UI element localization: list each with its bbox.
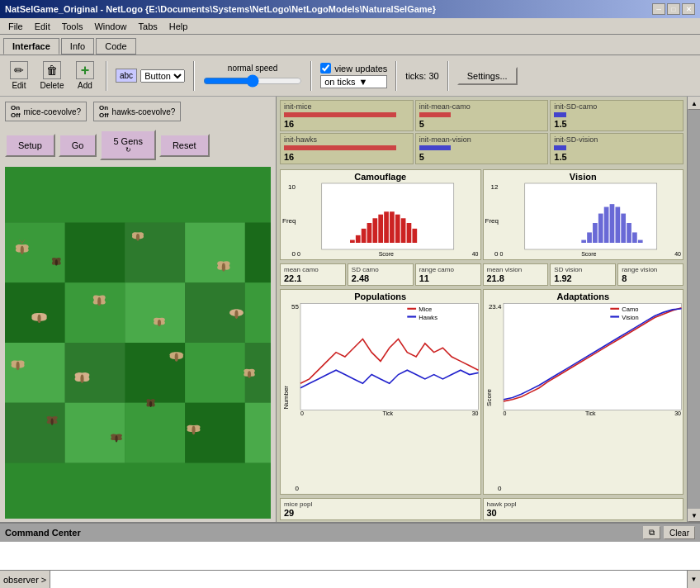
- reset-button[interactable]: Reset: [159, 134, 210, 157]
- camouflage-chart-title: Camouflage: [282, 172, 479, 182]
- scroll-up-button[interactable]: ▲: [688, 97, 700, 110]
- svg-text:Camo: Camo: [622, 306, 638, 313]
- svg-rect-72: [350, 240, 355, 243]
- ctrl-mean-camo-bar: [419, 112, 451, 117]
- svg-point-55: [248, 371, 251, 377]
- toolbar-separator-2: [193, 61, 195, 91]
- hawks-coevolve-switch[interactable]: On Off hawks-coevolve?: [93, 102, 181, 121]
- cc-observer-label: observer >: [0, 571, 50, 588]
- svg-rect-89: [603, 207, 608, 243]
- on-ticks-select[interactable]: on ticks ▼: [320, 75, 387, 88]
- gens-button[interactable]: 5 Gens ↻: [100, 130, 155, 160]
- tab-code[interactable]: Code: [96, 38, 135, 55]
- ctrl-sd-vision-bar: [554, 145, 566, 150]
- svg-rect-82: [407, 223, 412, 243]
- svg-rect-14: [185, 343, 245, 403]
- ctrl-init-mean-vision: init-mean-vision 5: [415, 133, 549, 164]
- camouflage-chart-inner: 10 Freq 0: [282, 183, 479, 258]
- vision-plot-area: 0 Score 40: [500, 183, 682, 258]
- cc-clear-button[interactable]: Clear: [664, 526, 695, 539]
- menu-help[interactable]: Help: [164, 20, 193, 33]
- vision-chart-box: Vision 12 Freq 0: [483, 169, 684, 260]
- view-updates-checkbox[interactable]: [320, 63, 331, 74]
- vision-chart-svg: [500, 183, 682, 249]
- adapt-y-label: Score: [485, 389, 502, 406]
- close-button[interactable]: ✕: [682, 3, 695, 15]
- menu-tools[interactable]: Tools: [57, 20, 88, 33]
- svg-rect-93: [627, 223, 631, 243]
- svg-point-31: [222, 263, 225, 271]
- svg-rect-88: [598, 214, 603, 243]
- edit-button[interactable]: ✏ Edit: [7, 61, 31, 90]
- left-panel: On Off mice-coevolve? On Off hawks-coevo…: [0, 97, 277, 522]
- add-button[interactable]: + Add: [73, 61, 97, 90]
- camo-chart-svg: [297, 183, 479, 249]
- button-type-select[interactable]: Button: [140, 69, 185, 83]
- svg-point-43: [234, 311, 238, 319]
- ctrl-init-sd-vision: init-SD-vision 1.5: [550, 133, 683, 164]
- ctrl-hawks-bar: [284, 145, 396, 150]
- menu-window[interactable]: Window: [89, 20, 131, 33]
- vision-x-axis: 0 Score 40: [500, 251, 682, 257]
- tab-info[interactable]: Info: [61, 38, 94, 55]
- ctrl-init-sd-camo: init-SD-camo 1.5: [550, 100, 683, 131]
- svg-rect-90: [609, 204, 614, 243]
- cc-copy-button[interactable]: ⧉: [643, 526, 660, 539]
- cc-command-input[interactable]: [50, 575, 687, 585]
- buttons-row: Setup Go 5 Gens ↻ Reset: [0, 126, 276, 164]
- go-button[interactable]: Go: [59, 134, 97, 157]
- ctrl-mean-vision-bar: [419, 145, 451, 150]
- stats-row: mean camo 22.1 SD camo 2.48 range camo 1…: [277, 262, 687, 287]
- distribution-charts: Camouflage 10 Freq 0: [277, 168, 687, 262]
- speed-slider[interactable]: [203, 74, 302, 88]
- menu-edit[interactable]: Edit: [30, 20, 55, 33]
- world-svg: [5, 167, 271, 519]
- right-panel: init-mice 16 init-mean-camo 5 init-SD-ca…: [277, 97, 687, 522]
- cc-body: observer > ▼: [0, 542, 700, 588]
- content-area: On Off mice-coevolve? On Off hawks-coevo…: [0, 97, 700, 522]
- svg-rect-6: [5, 282, 65, 343]
- vision-chart-inner: 12 Freq 0: [485, 183, 682, 258]
- svg-rect-18: [125, 403, 185, 463]
- menu-file[interactable]: File: [3, 20, 28, 33]
- adaptations-svg: Camo Vision: [504, 303, 682, 410]
- maximize-button[interactable]: □: [667, 3, 680, 15]
- svg-rect-5: [245, 223, 271, 283]
- view-updates-label: view updates: [334, 64, 387, 74]
- pop-y-axis: 55 Number 0: [282, 303, 300, 492]
- svg-rect-1: [5, 223, 65, 283]
- menu-tabs[interactable]: Tabs: [134, 20, 163, 33]
- delete-button[interactable]: 🗑 Delete: [40, 61, 64, 90]
- svg-rect-85: [581, 240, 586, 243]
- scroll-down-button[interactable]: ▼: [688, 509, 700, 522]
- svg-rect-79: [390, 211, 395, 243]
- minimize-button[interactable]: ─: [652, 3, 665, 15]
- svg-point-49: [80, 374, 83, 382]
- stat-range-camo: range camo 11: [415, 263, 481, 286]
- ticks-area: ticks: 30: [405, 71, 438, 81]
- stat-sd-camo: SD camo 2.48: [348, 263, 414, 286]
- delete-icon: 🗑: [43, 61, 61, 79]
- tab-interface[interactable]: Interface: [3, 38, 59, 55]
- switches-row: On Off mice-coevolve? On Off hawks-coevo…: [0, 97, 276, 126]
- svg-rect-87: [593, 223, 598, 243]
- settings-button[interactable]: Settings...: [457, 67, 518, 85]
- adaptations-chart-content: 23.4 Score 0: [485, 303, 682, 492]
- camouflage-chart-box: Camouflage 10 Freq 0: [280, 169, 481, 260]
- pop-x-axis: 0 Tick 30: [300, 410, 479, 416]
- mice-coevolve-switch[interactable]: On Off mice-coevolve?: [5, 102, 87, 121]
- toolbar-separator-5: [447, 61, 449, 91]
- svg-text:Vision: Vision: [622, 314, 638, 321]
- svg-point-61: [115, 435, 117, 442]
- svg-rect-2: [65, 223, 125, 283]
- svg-rect-12: [65, 343, 125, 403]
- svg-rect-11: [5, 343, 65, 403]
- svg-point-40: [158, 320, 161, 326]
- toolbar: ✏ Edit 🗑 Delete + Add abc Button normal …: [0, 55, 700, 97]
- cc-scroll-button[interactable]: ▼: [687, 571, 700, 588]
- setup-button[interactable]: Setup: [5, 134, 55, 157]
- svg-rect-83: [412, 229, 417, 243]
- populations-chart-box: Populations 55 Number 0: [280, 289, 481, 495]
- add-icon: +: [76, 61, 94, 79]
- view-updates-row: view updates: [320, 63, 387, 74]
